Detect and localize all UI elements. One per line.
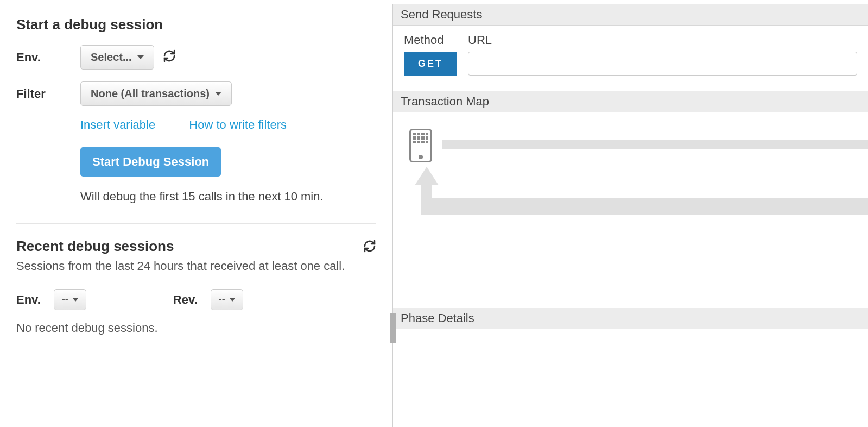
refresh-recent-icon[interactable] <box>363 240 376 256</box>
refresh-env-icon[interactable] <box>163 49 176 66</box>
env-label: Env. <box>16 51 80 65</box>
send-requests-header: Send Requests <box>393 4 868 26</box>
caret-down-icon <box>230 298 235 302</box>
caret-down-icon <box>137 55 144 59</box>
panel-resize-handle[interactable] <box>390 313 396 343</box>
url-label: URL <box>468 33 857 47</box>
recent-rev-dropdown[interactable]: -- <box>211 289 243 310</box>
recent-env-value: -- <box>62 294 68 305</box>
method-label: Method <box>404 33 457 47</box>
phase-details-body <box>393 329 868 378</box>
env-select-dropdown[interactable]: Select... <box>80 45 154 70</box>
right-panel: Send Requests Method GET URL Transaction… <box>393 4 868 427</box>
divider <box>16 223 376 224</box>
transaction-map-header: Transaction Map <box>393 91 868 112</box>
recent-sessions-title: Recent debug sessions <box>16 238 174 255</box>
no-recent-sessions-text: No recent debug sessions. <box>16 321 376 335</box>
filter-label: Filter <box>16 87 80 101</box>
phase-details-header: Phase Details <box>393 308 868 329</box>
transaction-map-body <box>393 112 868 308</box>
recent-sessions-subtitle: Sessions from the last 24 hours that rec… <box>16 257 376 275</box>
request-flow-bar <box>442 140 868 149</box>
method-button[interactable]: GET <box>404 52 457 76</box>
start-help-text: Will debug the first 15 calls in the nex… <box>80 190 376 204</box>
recent-env-dropdown[interactable]: -- <box>54 289 86 310</box>
recent-rev-value: -- <box>219 294 225 305</box>
recent-rev-label: Rev. <box>173 293 198 307</box>
how-to-write-filters-link[interactable]: How to write filters <box>189 118 287 131</box>
client-device-icon <box>409 129 432 162</box>
left-panel: Start a debug session Env. Select... Fil… <box>0 4 393 427</box>
insert-variable-link[interactable]: Insert variable <box>80 118 155 131</box>
start-debug-session-button[interactable]: Start Debug Session <box>80 147 221 177</box>
filter-select-dropdown[interactable]: None (All transactions) <box>80 81 232 106</box>
response-arrow-head <box>415 167 439 185</box>
env-select-value: Select... <box>91 51 132 64</box>
recent-env-label: Env. <box>16 293 41 307</box>
caret-down-icon <box>215 92 221 96</box>
filter-select-value: None (All transactions) <box>91 87 210 100</box>
caret-down-icon <box>73 298 78 302</box>
response-flow-bar <box>421 198 868 215</box>
url-input[interactable] <box>468 52 857 76</box>
start-session-title: Start a debug session <box>16 16 376 33</box>
